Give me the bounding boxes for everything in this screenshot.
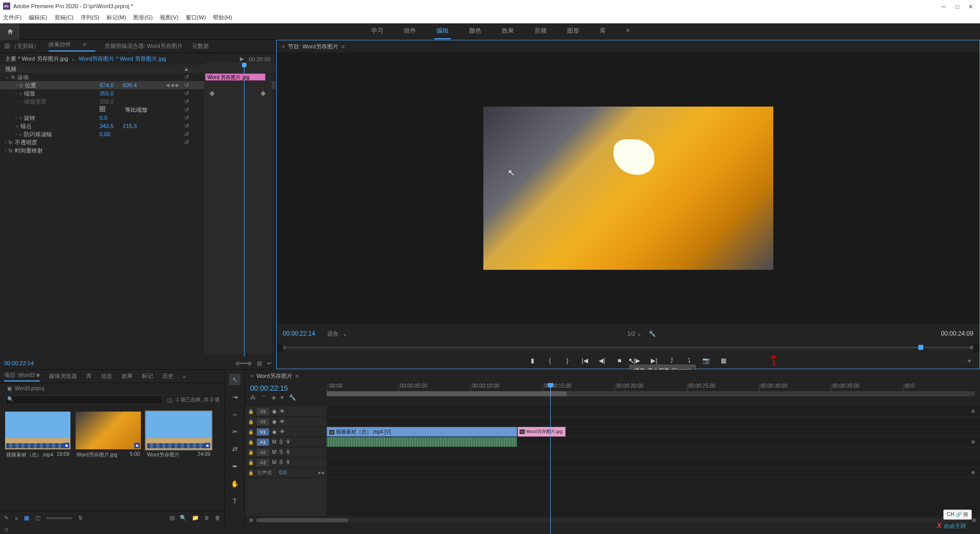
program-scrubber[interactable]: [283, 343, 973, 352]
tab-metadata[interactable]: 元数据: [192, 42, 209, 50]
menu-sequence[interactable]: 序列(S): [81, 14, 100, 21]
resolution-select[interactable]: 1/2 ⌄: [627, 330, 641, 337]
lock-icon[interactable]: 🔒: [248, 470, 254, 475]
new-bin-icon[interactable]: ◫: [167, 397, 172, 403]
close-icon[interactable]: ×: [282, 43, 285, 49]
menu-view[interactable]: 视图(V): [160, 14, 179, 21]
tab-history[interactable]: 历史: [162, 372, 174, 380]
workspace-effects[interactable]: 效果: [500, 23, 516, 39]
track-head-v3[interactable]: 🔒V3◉👁: [245, 406, 327, 417]
workspace-editing[interactable]: 编辑: [434, 23, 451, 39]
panel-menu-icon[interactable]: ≡: [296, 373, 299, 379]
clip-video[interactable]: fx视频素材（总）.mp4 [V]: [327, 427, 517, 437]
tab-more[interactable]: »: [183, 373, 186, 379]
track-select-tool[interactable]: ⇥: [229, 391, 240, 402]
solo-button[interactable]: S: [279, 439, 283, 445]
wrench-icon[interactable]: 🔧: [289, 394, 296, 402]
mic-icon[interactable]: 🎙: [286, 449, 291, 455]
selection-tool[interactable]: ↖: [229, 374, 240, 385]
comparison-button[interactable]: ▦: [720, 357, 728, 364]
find-icon[interactable]: 🔍: [180, 515, 187, 521]
lane-master[interactable]: [327, 468, 980, 478]
go-to-in-button[interactable]: |◀: [581, 357, 589, 364]
lock-icon[interactable]: 🔒: [248, 429, 254, 435]
thumb-size-slider[interactable]: [46, 517, 72, 519]
marker-icon[interactable]: ◈: [272, 394, 276, 402]
track-label[interactable]: A3: [257, 459, 269, 466]
program-preview[interactable]: ↖: [277, 53, 979, 324]
menu-clip[interactable]: 剪辑(C): [55, 14, 74, 21]
lift-button[interactable]: ⤴: [668, 357, 676, 364]
lock-icon[interactable]: 🔒: [248, 409, 254, 414]
lock-icon[interactable]: 🔒: [248, 419, 254, 424]
tab-effects[interactable]: 效果: [121, 372, 133, 380]
mark-out-button[interactable]: }: [564, 357, 572, 364]
project-item[interactable]: ■ Word另存图片.jpg5:00: [76, 412, 141, 505]
toggle-output-icon[interactable]: ◉: [272, 429, 277, 435]
solo-button[interactable]: S: [279, 460, 283, 465]
track-head-a3[interactable]: 🔒A3MS🎙: [245, 457, 327, 468]
clip-image[interactable]: fxWord另存图片.jpg: [518, 427, 566, 437]
track-head-v2[interactable]: 🔒V2◉👁: [245, 417, 327, 427]
play-stop-button[interactable]: ■: [616, 357, 624, 364]
track-label[interactable]: A1: [257, 439, 269, 446]
mute-button[interactable]: M: [272, 460, 276, 465]
lane-a2[interactable]: [327, 447, 980, 457]
hand-tool[interactable]: ✋: [229, 478, 240, 489]
new-bin-icon[interactable]: 📁: [192, 515, 199, 521]
reset-icon[interactable]: ↺: [181, 90, 191, 97]
workspace-graphics[interactable]: 图形: [565, 23, 581, 39]
project-item[interactable]: ■ Word另存图片24:09: [146, 412, 211, 505]
anchor-x[interactable]: 343.5: [100, 123, 114, 129]
workspace-color[interactable]: 颜色: [467, 23, 483, 39]
linked-selection-icon[interactable]: ⌒: [261, 394, 266, 402]
program-tab[interactable]: × 节目: Word另存图片 ≡: [277, 40, 979, 53]
type-tool[interactable]: T: [229, 495, 240, 506]
uniform-checkbox[interactable]: ✓: [100, 106, 105, 112]
ripple-tool[interactable]: ↔: [229, 409, 240, 420]
search-input[interactable]: [5, 395, 163, 404]
scale-value[interactable]: 355.0: [100, 90, 114, 96]
anchor-y[interactable]: 215.5: [123, 123, 137, 129]
icon-view-icon[interactable]: ▦: [24, 515, 29, 521]
clip-audio[interactable]: [327, 437, 517, 447]
reset-icon[interactable]: ↺: [181, 139, 191, 146]
auto-sequence-icon[interactable]: ▤: [169, 515, 175, 521]
workspace-audio[interactable]: 音频: [532, 23, 549, 39]
reset-icon[interactable]: ↺: [181, 131, 191, 138]
menu-help[interactable]: 帮助(H): [213, 14, 232, 21]
workspace-more[interactable]: »: [624, 23, 632, 39]
export-frame-button[interactable]: 📷: [702, 357, 710, 364]
timeline-tc[interactable]: 00:00:22:15: [250, 384, 322, 392]
pen-tool[interactable]: ✒: [229, 461, 240, 472]
settings-icon[interactable]: 🔧: [649, 330, 656, 337]
scroll-thumb[interactable]: [256, 518, 348, 522]
reset-icon[interactable]: ↺: [181, 123, 191, 130]
menu-window[interactable]: 窗口(W): [186, 14, 206, 21]
mic-icon[interactable]: 🎙: [286, 439, 291, 445]
tab-info[interactable]: 信息: [101, 372, 112, 380]
wrap-icon[interactable]: ↩: [267, 360, 272, 367]
sequence-link[interactable]: Word另存图片 * Word 另存图片.jpg: [79, 55, 166, 63]
zoom-in-handle[interactable]: [972, 518, 976, 522]
effect-footer-tc[interactable]: 00:00:22:14: [4, 360, 34, 366]
tab-project[interactable]: 项目: Word3 ≡: [4, 371, 40, 382]
tab-source[interactable]: 源:（无剪辑）: [4, 42, 39, 50]
sort-icon[interactable]: ⇅: [78, 515, 83, 521]
timeline-ruler[interactable]: :00:00 00:00:05:00 00:00:10:00 00:00:15:…: [327, 382, 980, 406]
zoom-slider-icon[interactable]: ⊖━━⊕: [235, 360, 252, 367]
menu-marker[interactable]: 标记(M): [107, 14, 127, 21]
track-head-master[interactable]: 🔒主声道0.0▸◂: [245, 468, 327, 478]
lock-icon[interactable]: 🔒: [248, 460, 254, 465]
close-button[interactable]: ✕: [969, 3, 973, 10]
solo-button[interactable]: S: [279, 449, 283, 455]
tab-libraries[interactable]: 库: [86, 372, 92, 380]
position-y[interactable]: 609.4: [123, 82, 137, 88]
mute-button[interactable]: M: [272, 449, 276, 455]
antiflicker-value[interactable]: 0.00: [100, 131, 110, 137]
reset-icon[interactable]: ↺: [181, 74, 191, 81]
mic-icon[interactable]: 🎙: [286, 460, 291, 465]
scrub-handle[interactable]: [918, 345, 923, 350]
workspace-libraries[interactable]: 库: [598, 23, 608, 39]
settings-icon[interactable]: ▾: [281, 394, 284, 402]
